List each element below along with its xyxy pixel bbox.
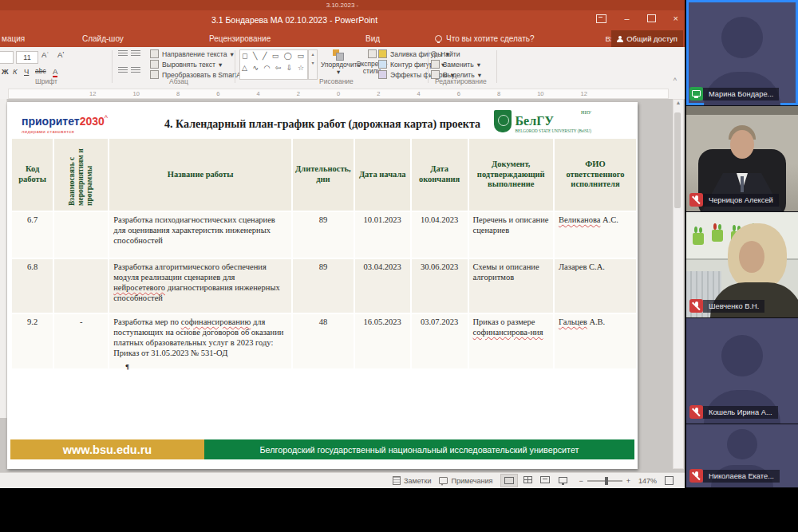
participant-namebar: Николаева Екате...: [689, 469, 780, 483]
table-row: 6.8 Разработка алгоритмического обеспече…: [12, 259, 636, 313]
align-left-button[interactable]: [118, 67, 128, 76]
zoom-slider-thumb[interactable]: [605, 477, 608, 485]
notes-icon: [393, 476, 401, 485]
scrollbar-thumb[interactable]: [674, 112, 681, 208]
minimize-button[interactable]: –: [624, 14, 629, 23]
vertical-ruler[interactable]: [0, 99, 7, 418]
col-header-date-start: Дата начала: [355, 139, 410, 211]
webcam-video: [693, 233, 704, 245]
strikethrough-button[interactable]: abc: [35, 67, 46, 75]
share-button[interactable]: Общий доступ: [611, 30, 683, 47]
zoom-in-button[interactable]: +: [626, 477, 630, 485]
ribbon-display-options-icon[interactable]: [596, 14, 606, 23]
screen: 3.10.2023 - 3.1 Бондарева МА 02.10.2023 …: [0, 0, 798, 532]
tellme-box[interactable]: Что вы хотите сделать?: [435, 30, 535, 47]
cell-code: 6.8: [12, 259, 53, 313]
bold-button[interactable]: Ж: [2, 67, 9, 76]
tab-view[interactable]: Вид: [365, 30, 380, 47]
ruler-numbers: 12 10 8 6 4 2 0 2 4 6 8 10 12: [8, 89, 669, 99]
reading-view-icon: [540, 476, 550, 483]
align-center-button[interactable]: [131, 67, 140, 76]
group-label-paragraph: Абзац: [169, 77, 188, 85]
reading-view-button[interactable]: [537, 474, 553, 486]
participant-tile[interactable]: Марина Бондаре...: [686, 0, 798, 106]
logo-mark: ^: [105, 114, 108, 122]
shape-outline-icon: [378, 60, 387, 69]
cell-date-end: 03.07.2023: [412, 314, 468, 368]
cell-relation: -: [54, 314, 108, 368]
webcam-video: [741, 176, 744, 192]
group-label-editing: Редактирование: [435, 77, 487, 85]
participant-name: Черницов Алексей: [703, 194, 779, 207]
shapes-gallery[interactable]: ◻ ╲ ╱ ▭ ◯ ▭ △ ∿ ◠ ⇦ ⇩ ☆: [239, 49, 308, 80]
quick-styles-icon: [368, 49, 377, 58]
horizontal-ruler[interactable]: 12 10 8 6 4 2 0 2 4 6 8 10 12: [0, 86, 685, 100]
zoom-slider[interactable]: [587, 480, 622, 482]
cell-fio: Лазарев С.А.: [555, 259, 636, 313]
grow-font-button[interactable]: Аʾ: [41, 50, 49, 59]
participant-tile[interactable]: Кошель Ирина А...: [686, 318, 798, 424]
font-name-box-partial[interactable]: [0, 51, 14, 64]
find-label: Найти: [440, 50, 460, 58]
notes-toggle[interactable]: Заметки: [393, 476, 431, 485]
view-buttons: [500, 474, 571, 487]
belgu-subtitle: BELGOROD STATE UNIVERSITY (BelSU): [516, 129, 592, 133]
collapse-ribbon-button[interactable]: ^: [674, 77, 677, 85]
comments-icon: [439, 477, 448, 484]
participant-tile[interactable]: Шевченко В.Н.: [686, 212, 798, 318]
cell-document: Перечень и описание сценариев: [469, 212, 553, 258]
cell-work-name: Разработка мер по софинансированию для п…: [109, 314, 291, 368]
arrange-button[interactable]: Упорядочить ▾: [321, 49, 356, 77]
zoom-out-button[interactable]: −: [579, 477, 583, 485]
belgu-name: БелГУ: [516, 115, 592, 128]
cell-date-end: 10.04.2023: [412, 212, 468, 258]
zoom-level[interactable]: 147%: [638, 477, 657, 485]
plan-table: Код работы Взаимосвязь с мероприятиям и …: [10, 137, 638, 370]
normal-view-button[interactable]: [500, 474, 518, 487]
participant-name: Марина Бондаре...: [703, 88, 779, 100]
italic-button[interactable]: К: [13, 67, 18, 76]
participant-tile[interactable]: Черницов Алексей: [686, 106, 798, 212]
tab-animation-partial[interactable]: мация: [2, 30, 25, 47]
convert-smartart-button[interactable]: Преобразовать в SmartArt ▾: [150, 69, 252, 80]
participant-namebar: Черницов Алексей: [689, 193, 779, 207]
group-label-font: Шрифт: [35, 77, 57, 85]
cell-code: 9.2: [12, 314, 53, 368]
slide-sorter-view-button[interactable]: [519, 474, 535, 486]
shape-fill-icon: [378, 49, 387, 58]
tab-slideshow[interactable]: Слайд-шоу: [82, 30, 124, 47]
belgu-shield-icon: [494, 110, 512, 132]
shapes-row: △ ∿ ◠ ⇦ ⇩ ☆: [240, 62, 307, 74]
text-direction-button[interactable]: Направление текста ▾: [150, 49, 252, 59]
cell-document: Схемы и описание алгоритмов: [469, 259, 553, 313]
footer-url: www.bsu.edu.ru: [10, 439, 204, 459]
underline-button[interactable]: Ч: [24, 67, 29, 76]
avatar-silhouette: [721, 17, 763, 58]
font-color-button[interactable]: А: [53, 67, 57, 77]
share-label: Общий доступ: [626, 34, 678, 43]
arrange-icon: [333, 49, 344, 59]
comments-toggle[interactable]: Примечания: [439, 477, 492, 485]
editing-buttons: Найти Заменить ▾ Выделить ▾: [431, 49, 481, 80]
restore-button[interactable]: [647, 14, 656, 22]
bullets-button[interactable]: [118, 50, 128, 59]
person-icon: [617, 36, 623, 42]
shapes-gallery-scrollbar[interactable]: ▴▾: [308, 49, 318, 80]
numbering-button[interactable]: [131, 50, 140, 59]
align-text-button[interactable]: Выровнять текст ▾: [150, 59, 252, 69]
notes-label: Заметки: [404, 477, 431, 485]
close-button[interactable]: ×: [674, 14, 678, 23]
find-button[interactable]: Найти: [431, 49, 481, 59]
shared-screen-powerpoint: 3.10.2023 - 3.1 Бондарева МА 02.10.2023 …: [0, 0, 685, 488]
font-size-box[interactable]: 11: [16, 51, 38, 64]
participant-tile[interactable]: Николаева Екате...: [686, 424, 798, 488]
fit-slide-button[interactable]: [665, 476, 674, 485]
cell-date-start: 03.04.2023: [355, 259, 410, 313]
tab-review[interactable]: Рецензирование: [209, 30, 271, 47]
footer-university: Белгородский государственный национальны…: [204, 439, 634, 459]
slideshow-view-button[interactable]: [555, 474, 571, 486]
vertical-scrollbar[interactable]: ▲: [673, 99, 684, 469]
shrink-font-button[interactable]: Аʽ: [57, 50, 64, 59]
replace-button[interactable]: Заменить ▾: [431, 59, 481, 69]
slide[interactable]: приоритет2030^ лидерами становятся 4. Ка…: [7, 102, 638, 469]
